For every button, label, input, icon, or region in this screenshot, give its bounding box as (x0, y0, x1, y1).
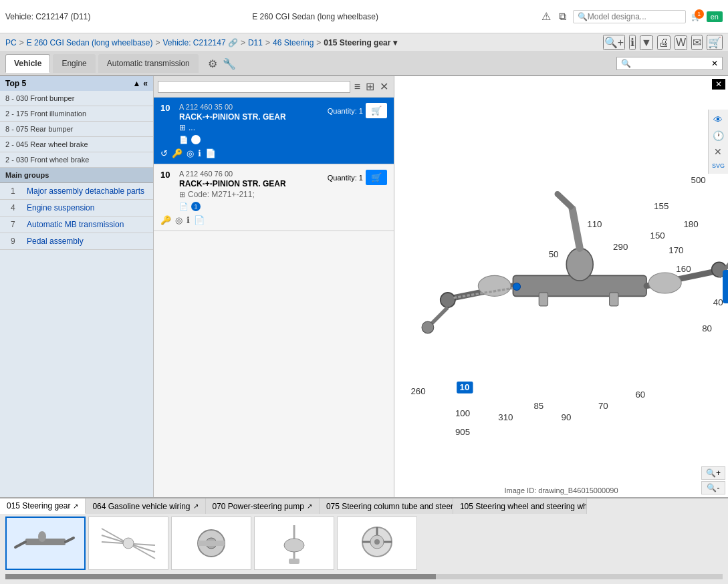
cart-badge: 1 (695, 9, 704, 19)
thumb-item-3[interactable] (171, 517, 251, 570)
thumb-tab-075[interactable]: 075 Steering column tube and steering sh… (320, 498, 453, 514)
breadcrumb-d11[interactable]: D11 (248, 38, 263, 47)
part-1-doc-icon[interactable]: 📄 (205, 148, 216, 158)
breadcrumb-c212147[interactable]: Vehicle: C212147 🔗 (163, 38, 238, 47)
diagram-close-button[interactable]: ✕ (712, 79, 725, 90)
language-badge[interactable]: en (707, 11, 723, 22)
parts-grid-icon[interactable]: ⊞ (364, 79, 376, 94)
part-1-key-icon[interactable]: 🔑 (172, 148, 183, 158)
model-search-input[interactable] (588, 12, 681, 21)
thumb-tab-064[interactable]: 064 Gasoline vehicle wiring ↗ (86, 498, 205, 514)
sidebar-item-030-front-bumper[interactable]: 8 - 030 Front bumper (0, 91, 153, 106)
part-2-circle-icon[interactable]: ◎ (175, 215, 183, 225)
sidebar-item-030-front-wheel-brake[interactable]: 2 - 030 Front wheel brake (0, 152, 153, 168)
double-arrow-icon[interactable]: « (143, 79, 148, 88)
nav-search-clear[interactable]: ✕ (711, 59, 718, 68)
part-2-grid-icon: ⊞ (179, 190, 185, 199)
nav-tabs: Vehicle Engine Automatic transmission ⚙ … (0, 52, 728, 76)
svg-rect-51 (198, 541, 225, 546)
svg-text:50: 50 (549, 249, 559, 259)
sidebar-item-045-rear-wheel-brake[interactable]: 2 - 045 Rear wheel brake (0, 137, 153, 152)
wis-icon[interactable]: W (675, 35, 687, 50)
diagram-tool-svg[interactable]: SVG (710, 160, 727, 171)
copy-icon[interactable]: ⧉ (558, 9, 568, 24)
diagram-tool-history[interactable]: 🕐 (710, 128, 727, 143)
diagram-tool-eye[interactable]: 👁 (710, 112, 727, 127)
sidebar-item-175-front-illumination[interactable]: 2 - 175 Front illumination (0, 106, 153, 122)
parts-search-input[interactable] (158, 81, 350, 93)
thumb-tab-015[interactable]: 015 Steering gear ↗ (0, 498, 86, 514)
thumb-2-svg (95, 522, 162, 565)
thumb-tabs: 015 Steering gear ↗ 064 Gasoline vehicle… (0, 498, 728, 514)
part-2-key-icon[interactable]: 🔑 (160, 215, 171, 225)
part-1-info-icon[interactable]: ℹ (198, 148, 201, 158)
thumb-scroll-thumb[interactable] (5, 574, 436, 579)
thumb-item-4[interactable] (254, 517, 334, 570)
sidebar-main-item-4[interactable]: 4 Engine suspension (0, 200, 153, 216)
breadcrumb-toolbar: 🔍+ ℹ ▼ 🖨 W ✉ 🛒 (603, 35, 723, 50)
thumb-item-1[interactable] (5, 517, 86, 570)
thumb-scrollbar[interactable] (5, 574, 723, 579)
thumb-tab-064-ext[interactable]: ↗ (193, 502, 199, 510)
svg-point-53 (284, 539, 304, 552)
part-row-1[interactable]: 10 A 212 460 35 00 RACK-+-PINION STR. GE… (154, 98, 394, 164)
diagram-resize-handle[interactable] (723, 270, 728, 303)
thumb-tab-070-ext[interactable]: ↗ (307, 502, 312, 510)
sidebar-main-item-1[interactable]: 1 Major assembly detachable parts (0, 183, 153, 200)
part-row-2[interactable]: 10 A 212 460 76 00 RACK-+-PINION STR. GE… (154, 164, 394, 231)
diagram-right-tools: 👁 🕐 ✕ SVG (708, 110, 728, 174)
diagram-tool-close2[interactable]: ✕ (710, 144, 727, 159)
sidebar-main-item-9[interactable]: 9 Pedal assembly (0, 233, 153, 250)
sidebar-collapse-icons[interactable]: ▲ « (132, 79, 148, 88)
top5-label: Top 5 (5, 79, 26, 88)
filter-icon[interactable]: ▼ (640, 35, 653, 50)
nav-search-input[interactable] (631, 59, 711, 68)
part-2-doc-icon[interactable]: 📄 (194, 215, 205, 225)
thumb-tab-105[interactable]: 105 Steering wheel and steering wh (453, 498, 587, 514)
warning-icon[interactable]: ⚠ (540, 9, 552, 24)
breadcrumb-pc[interactable]: PC (5, 38, 17, 47)
cart-button[interactable]: 🛒1 (691, 12, 701, 21)
nav-tab-extra-icons: ⚙ 🔧 (207, 56, 237, 71)
cart-nav-icon[interactable]: 🛒 (707, 35, 723, 50)
sidebar-main-item-7[interactable]: 7 Automatic MB transmission (0, 216, 153, 233)
part-1-refresh-icon[interactable]: ↺ (160, 148, 168, 158)
parts-close-icon[interactable]: ✕ (378, 79, 390, 94)
breadcrumb-current[interactable]: 015 Steering gear ▾ (324, 38, 396, 47)
zoom-in-btn[interactable]: 🔍+ (701, 466, 725, 480)
tab-extra-icon1[interactable]: ⚙ (207, 56, 219, 71)
thumb-tab-064-label: 064 Gasoline vehicle wiring (92, 502, 190, 511)
breadcrumb-46steering[interactable]: 46 Steering (273, 38, 314, 47)
svg-text:10: 10 (460, 382, 470, 392)
thumb-tab-015-ext[interactable]: ↗ (73, 502, 78, 510)
mail-icon[interactable]: ✉ (691, 35, 703, 50)
tab-vehicle[interactable]: Vehicle (5, 54, 50, 73)
thumb-item-5[interactable] (337, 517, 417, 570)
tab-automatic-transmission[interactable]: Automatic transmission (98, 54, 199, 73)
svg-rect-14 (539, 293, 548, 306)
tab-extra-icon2[interactable]: 🔧 (221, 56, 237, 71)
print-icon[interactable]: 🖨 (657, 35, 671, 50)
svg-line-7 (558, 194, 571, 206)
sidebar-item-075-rear-bumper[interactable]: 8 - 075 Rear bumper (0, 122, 153, 137)
part-2-info-icon[interactable]: ℹ (187, 215, 190, 225)
info-icon[interactable]: ℹ (629, 35, 636, 50)
part-1-grid-icon: ⊞ (179, 123, 186, 132)
part-1-icons-row: ↺ 🔑 ◎ ℹ 📄 (160, 148, 387, 158)
svg-text:110: 110 (587, 219, 602, 229)
thumb-item-2[interactable] (88, 517, 168, 570)
part-1-cart-button[interactable]: 🛒 (366, 103, 387, 118)
tab-engine[interactable]: Engine (53, 54, 95, 73)
svg-text:70: 70 (598, 401, 608, 411)
collapse-icon[interactable]: ▲ (132, 79, 140, 88)
parts-list-icon[interactable]: ≡ (353, 79, 362, 94)
part-2-cart-button[interactable]: 🛒 (366, 170, 387, 185)
zoom-out-btn[interactable]: 🔍- (701, 481, 725, 494)
breadcrumb-vehicle-name[interactable]: E 260 CGI Sedan (long wheelbase) (27, 38, 153, 47)
thumb-1-svg (12, 522, 79, 565)
thumb-tab-070[interactable]: 070 Power-steering pump ↗ (206, 498, 320, 514)
part-1-circle-icon[interactable]: ◎ (187, 148, 194, 158)
svg-point-40 (513, 283, 520, 290)
diagram-image-id: Image ID: drawing_B46015000090 (504, 486, 618, 494)
zoom-in-icon[interactable]: 🔍+ (603, 35, 625, 50)
